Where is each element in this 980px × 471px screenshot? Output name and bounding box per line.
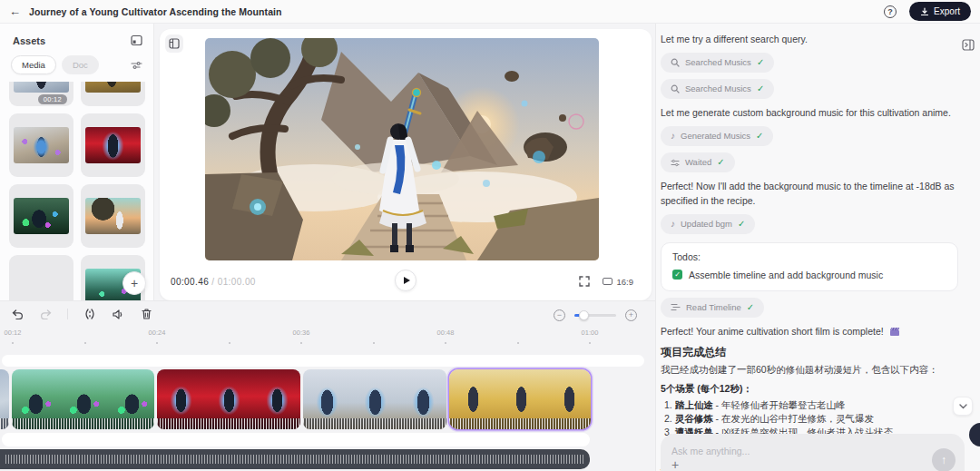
assets-grid: 00:12 xyxy=(0,82,153,300)
asset-image xyxy=(85,127,141,163)
ruler-label: 00:48 xyxy=(437,329,455,337)
help-icon[interactable]: ? xyxy=(884,5,897,18)
asset-thumbnail[interactable] xyxy=(81,113,145,177)
timecode: 00:00.46 / 01:00.00 xyxy=(171,277,256,287)
search-icon xyxy=(671,58,680,67)
ruler-tick xyxy=(517,342,519,344)
zoom-out-button[interactable]: − xyxy=(554,309,565,321)
preview-card: 00:00.46 / 01:00.00 16:9 xyxy=(160,29,652,300)
export-label: Export xyxy=(934,6,960,16)
asset-image xyxy=(85,82,141,93)
clip-waveform xyxy=(449,418,591,429)
asset-thumbnail[interactable] xyxy=(9,255,74,300)
current-time: 00:00.46 xyxy=(171,277,209,287)
zoom-in-button[interactable]: + xyxy=(625,309,637,321)
tool-pill-searched-musics-2[interactable]: Searched Musics✓ xyxy=(661,79,774,99)
back-button[interactable]: ← xyxy=(9,5,29,18)
clip-waveform xyxy=(0,418,9,429)
empty-track-lane-2 xyxy=(2,433,590,446)
asset-thumbnail[interactable] xyxy=(81,184,145,248)
tab-doc[interactable]: Doc xyxy=(62,55,99,74)
todo-item[interactable]: ✓ Assemble timeline and add background m… xyxy=(672,270,946,280)
asset-image xyxy=(14,198,69,234)
todo-label: Assemble timeline and add background mus… xyxy=(689,270,883,280)
app-window: ← Journey of a Young Cultivator Ascendin… xyxy=(0,0,980,471)
timeline-clip-selected[interactable] xyxy=(449,369,591,429)
aspect-ratio-chip[interactable]: 16:9 xyxy=(603,277,634,287)
ruler-tick xyxy=(229,342,230,344)
toolbar-divider xyxy=(67,309,68,319)
asset-image xyxy=(14,269,69,300)
panel-collapse-right-icon[interactable] xyxy=(960,36,976,53)
preview-controls: 00:00.46 / 01:00.00 16:9 xyxy=(160,270,652,292)
export-button[interactable]: Export xyxy=(909,2,971,21)
asset-thumbnail[interactable] xyxy=(9,113,74,177)
timeline-clip[interactable] xyxy=(303,369,446,429)
tool-pill-waited[interactable]: Waited✓ xyxy=(661,152,735,172)
ruler-tick xyxy=(84,342,86,344)
clip-waveform xyxy=(12,418,154,429)
sliders-icon xyxy=(671,159,680,167)
tool-pill-searched-musics-1[interactable]: Searched Musics✓ xyxy=(661,53,774,73)
filter-icon[interactable] xyxy=(131,61,142,70)
scroll-to-bottom-button[interactable] xyxy=(953,397,973,416)
timeline-clip[interactable] xyxy=(0,369,9,429)
send-button[interactable]: ↑ xyxy=(932,448,956,471)
tool-pill-updated-bgm[interactable]: ♪ Updated bgm✓ xyxy=(661,214,755,234)
assistant-message: Perfect! Now I'll add the background mus… xyxy=(661,180,958,207)
redo-icon[interactable] xyxy=(39,308,52,320)
assets-panel: Assets Media Doc 00:12 + xyxy=(0,24,154,300)
play-button[interactable] xyxy=(395,270,416,291)
asset-thumbnail[interactable] xyxy=(81,82,145,106)
top-bar: ← Journey of a Young Cultivator Ascendin… xyxy=(0,0,980,24)
asset-image xyxy=(14,127,69,163)
summary-title: 项目完成总结 xyxy=(661,345,958,360)
ratio-rect-icon xyxy=(603,278,612,285)
audio-waveform xyxy=(5,455,584,464)
bgm-audio-track[interactable] xyxy=(0,449,590,469)
timeline-panel: − + 00:1200:2400:3600:4801:00 xyxy=(0,300,655,471)
checked-checkbox-icon[interactable]: ✓ xyxy=(672,270,682,280)
asset-thumbnail[interactable]: 00:12 xyxy=(9,82,74,106)
split-icon[interactable] xyxy=(83,308,96,320)
video-preview[interactable] xyxy=(205,38,599,260)
undo-icon[interactable] xyxy=(11,308,24,320)
todos-card: Todos: ✓ Assemble timeline and add backg… xyxy=(661,242,958,291)
add-asset-button[interactable]: + xyxy=(122,271,146,295)
storyboard-icon xyxy=(169,38,180,49)
assets-tabs: Media Doc xyxy=(0,52,153,82)
assistant-chat-panel: Let me try a different search query. Sea… xyxy=(655,24,980,471)
zoom-slider[interactable] xyxy=(574,314,616,317)
timeline-ruler[interactable]: 00:1200:2400:3600:4801:00 xyxy=(0,329,655,350)
chat-input[interactable] xyxy=(671,446,898,456)
asset-thumbnail[interactable] xyxy=(9,184,74,248)
scene-item: 2. 灵谷修炼 - 在发光的山谷中打坐修炼，灵气爆发 xyxy=(661,412,958,426)
tab-media[interactable]: Media xyxy=(11,55,56,74)
panel-collapse-icon[interactable] xyxy=(131,34,142,46)
ruler-label: 00:24 xyxy=(149,329,166,337)
trash-icon[interactable] xyxy=(140,308,152,320)
attach-button[interactable]: + xyxy=(671,457,679,471)
time-separator: / xyxy=(209,277,218,287)
summary-intro: 我已经成功创建了一部60秒的修仙题材动漫短片，包含以下内容： xyxy=(661,363,958,377)
timeline-clip[interactable] xyxy=(157,369,300,429)
chat-input-box[interactable]: + ↑ xyxy=(661,434,965,471)
ratio-label: 16:9 xyxy=(617,277,634,287)
tool-pill-generated-musics[interactable]: ♪ Generated Musics✓ xyxy=(661,126,773,146)
download-icon xyxy=(920,7,929,16)
zoom-slider-handle[interactable] xyxy=(579,310,589,320)
assistant-message: Let me generate custom background music … xyxy=(661,106,958,120)
storyboard-button[interactable] xyxy=(165,34,183,53)
speaker-icon[interactable] xyxy=(112,308,124,320)
ruler-tick xyxy=(373,342,375,344)
assistant-message: Let me try a different search query. xyxy=(661,33,958,46)
timeline-toolbar xyxy=(11,308,152,320)
project-title: Journey of a Young Cultivator Ascending … xyxy=(29,6,282,17)
tool-pill-read-timeline[interactable]: Read Timeline✓ xyxy=(661,298,764,318)
video-track xyxy=(0,369,591,429)
todos-title: Todos: xyxy=(672,251,946,262)
asset-image xyxy=(14,82,69,93)
timeline-clip[interactable] xyxy=(12,369,154,429)
chevron-down-icon xyxy=(959,404,967,409)
fullscreen-icon[interactable] xyxy=(579,276,590,287)
